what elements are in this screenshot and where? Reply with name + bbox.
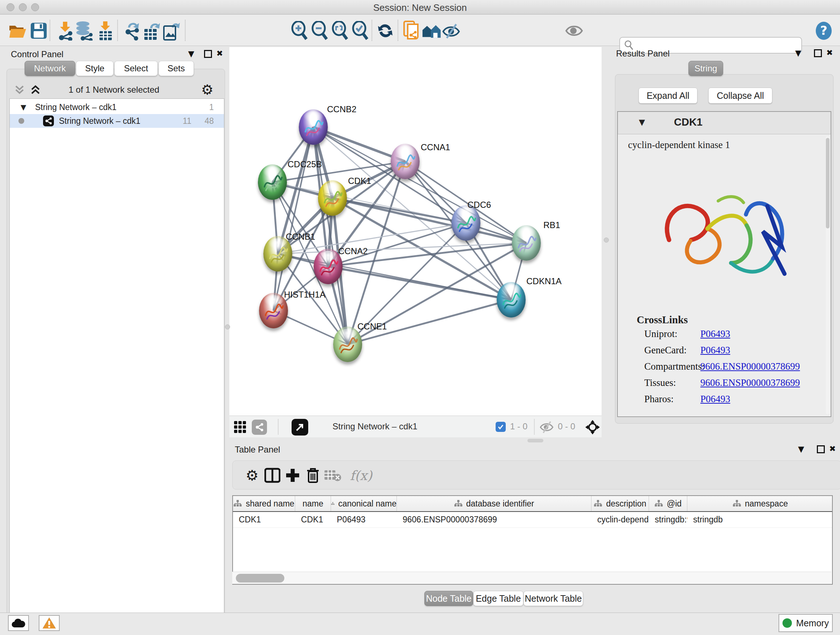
export-table-button[interactable] bbox=[142, 21, 161, 41]
crosslink-link[interactable]: 9606.ENSP00000378699 bbox=[700, 361, 800, 372]
collapse-all-button[interactable]: Collapse All bbox=[708, 88, 772, 103]
clone-network-button[interactable] bbox=[401, 21, 421, 41]
tab-select[interactable]: Select bbox=[114, 61, 158, 76]
zoom-selected-button[interactable] bbox=[351, 21, 370, 41]
toolbar-separator bbox=[185, 20, 186, 41]
control-panel-float-icon[interactable] bbox=[204, 50, 212, 58]
memory-button[interactable]: Memory bbox=[778, 614, 833, 632]
node-table[interactable]: shared namename canonical name database … bbox=[232, 495, 833, 585]
zoom-fit-button[interactable] bbox=[330, 21, 350, 41]
column-header[interactable]: description bbox=[592, 496, 649, 511]
tab-network[interactable]: Network bbox=[25, 61, 75, 76]
network-node-ccne1[interactable] bbox=[333, 326, 362, 362]
column-header[interactable]: @id bbox=[649, 496, 687, 511]
delete-column-trash-icon[interactable] bbox=[303, 466, 322, 485]
table-cell[interactable]: cyclin-dependent ... bbox=[592, 512, 649, 527]
results-scrollbar-thumb[interactable] bbox=[826, 138, 829, 228]
node-label-hist1h1a: HIST1H1A bbox=[284, 290, 325, 300]
table-panel-close-icon[interactable]: ✖ bbox=[829, 444, 836, 453]
table-scrollbar-thumb[interactable] bbox=[236, 574, 284, 583]
tab-string[interactable]: String bbox=[688, 61, 723, 76]
results-panel-collapse-icon[interactable]: ▼ bbox=[795, 49, 801, 57]
table-cell[interactable]: stringdb:9... bbox=[649, 512, 687, 527]
control-panel-close-icon[interactable]: ✖ bbox=[216, 49, 223, 58]
tree-expand-icon[interactable]: ▼ bbox=[21, 103, 26, 111]
warnings-button[interactable] bbox=[39, 615, 60, 631]
table-cell[interactable]: CDK1 bbox=[295, 512, 331, 527]
zoom-out-button[interactable] bbox=[310, 21, 330, 41]
crosslink-link[interactable]: 9606.ENSP00000378699 bbox=[700, 377, 800, 388]
table-cell[interactable]: CDK1 bbox=[233, 512, 295, 527]
crosslink-link[interactable]: P06493 bbox=[700, 345, 730, 356]
first-neighbors-button[interactable] bbox=[422, 21, 441, 41]
network-node-ccna1[interactable] bbox=[391, 144, 420, 179]
entry-collapse-icon[interactable]: ▼ bbox=[639, 118, 645, 127]
import-network-from-database-button[interactable] bbox=[74, 21, 94, 41]
birds-eye-view-icon[interactable] bbox=[584, 419, 600, 435]
table-cell[interactable]: 9606.ENSP00000378699 bbox=[397, 512, 592, 527]
detach-view-icon[interactable] bbox=[292, 419, 308, 435]
table-cell[interactable]: P06493 bbox=[331, 512, 397, 527]
column-header[interactable]: canonical name bbox=[331, 496, 397, 511]
table-settings-gear-icon[interactable]: ⚙ bbox=[243, 466, 262, 485]
expand-all-button[interactable]: Expand All bbox=[638, 88, 698, 103]
export-network-button[interactable] bbox=[122, 21, 142, 41]
import-network-from-file-button[interactable] bbox=[55, 21, 74, 41]
network-share-view-icon[interactable] bbox=[252, 420, 267, 435]
network-node-hist1h1a[interactable] bbox=[259, 293, 288, 328]
separator bbox=[534, 419, 535, 435]
horizontal-splitter-handle[interactable] bbox=[527, 439, 543, 442]
crosslink-link[interactable]: P06493 bbox=[700, 394, 730, 405]
grid-view-icon[interactable] bbox=[234, 421, 247, 434]
table-cell[interactable]: stringdb bbox=[687, 512, 833, 527]
selected-checkbox-icon[interactable] bbox=[496, 422, 506, 432]
hide-selected-button[interactable] bbox=[441, 21, 461, 41]
import-table-from-file-button[interactable] bbox=[95, 21, 115, 41]
tab-network-table[interactable]: Network Table bbox=[523, 591, 583, 606]
add-column-icon[interactable] bbox=[283, 466, 302, 485]
zoom-in-button[interactable] bbox=[290, 21, 309, 41]
results-scrollbar[interactable] bbox=[826, 136, 829, 415]
crosslink-link[interactable]: P06493 bbox=[700, 328, 730, 340]
save-session-button[interactable] bbox=[29, 21, 49, 41]
open-folder-icon bbox=[9, 23, 27, 39]
open-session-button[interactable] bbox=[8, 21, 27, 41]
results-panel-close-icon[interactable]: ✖ bbox=[826, 48, 833, 57]
tab-node-table[interactable]: Node Table bbox=[424, 591, 473, 606]
table-horizontal-scrollbar[interactable] bbox=[232, 572, 831, 584]
network-node-cdkn1a[interactable] bbox=[497, 282, 526, 318]
column-header[interactable]: name bbox=[295, 496, 331, 511]
column-header[interactable]: shared name bbox=[233, 496, 295, 511]
left-splitter-handle[interactable] bbox=[225, 325, 230, 329]
column-header[interactable]: namespace bbox=[687, 496, 833, 511]
function-builder-icon[interactable]: f(x) bbox=[345, 466, 377, 485]
network-node-cdc6[interactable] bbox=[452, 205, 480, 241]
network-node-cdc25b[interactable] bbox=[258, 165, 287, 200]
tab-style[interactable]: Style bbox=[76, 61, 114, 76]
network-collection-row[interactable]: ▼ String Network – cdk1 1 bbox=[10, 100, 224, 114]
right-splitter-handle[interactable] bbox=[604, 238, 609, 242]
show-columns-icon[interactable] bbox=[263, 466, 282, 485]
refresh-view-button[interactable] bbox=[376, 21, 395, 41]
node-entry-header[interactable]: ▼ CDK1 bbox=[618, 112, 831, 134]
network-node-ccnb2[interactable] bbox=[299, 109, 328, 145]
delete-table-icon[interactable] bbox=[323, 466, 342, 485]
column-header[interactable]: database identifier bbox=[397, 496, 592, 511]
network-options-gear-icon[interactable]: ⚙ bbox=[201, 82, 213, 98]
tab-sets[interactable]: Sets bbox=[158, 61, 194, 76]
node-label-cdk1: CDK1 bbox=[348, 176, 371, 186]
network-node-rb1[interactable] bbox=[512, 225, 541, 261]
help-button[interactable]: ? bbox=[814, 21, 834, 41]
network-node-cdk1[interactable] bbox=[318, 180, 347, 216]
cloud-status-button[interactable] bbox=[8, 615, 29, 631]
table-panel-collapse-icon[interactable]: ▼ bbox=[798, 445, 804, 454]
table-panel-float-icon[interactable] bbox=[817, 445, 825, 453]
show-all-button[interactable] bbox=[564, 21, 584, 41]
control-panel-collapse-icon[interactable]: ▼ bbox=[188, 49, 194, 58]
export-image-button[interactable] bbox=[161, 21, 181, 41]
tab-edge-table[interactable]: Edge Table bbox=[473, 591, 523, 606]
table-row[interactable]: CDK1CDK1P064939606.ENSP00000378699cyclin… bbox=[233, 512, 832, 528]
results-panel-float-icon[interactable] bbox=[814, 49, 822, 57]
network-row[interactable]: String Network – cdk1 11 48 bbox=[10, 114, 224, 128]
network-canvas[interactable]: CCNB2 CCNA1 CDC25B CDK1 CDC6 RB1 CCNB1 bbox=[229, 47, 602, 416]
